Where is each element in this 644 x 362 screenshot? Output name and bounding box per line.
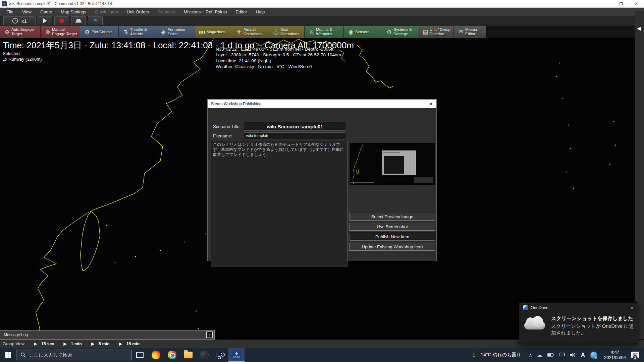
menu-help[interactable]: Help bbox=[252, 8, 269, 16]
flag-button[interactable]: ⚑ bbox=[88, 16, 103, 25]
task-view-icon bbox=[136, 352, 144, 358]
volume-icon[interactable] bbox=[570, 353, 576, 357]
menu-view[interactable]: View bbox=[18, 8, 36, 16]
boat-operations-icon: ⚓ bbox=[272, 28, 280, 36]
steam-icon bbox=[216, 351, 225, 359]
user-presence-icon[interactable] bbox=[590, 352, 597, 359]
transport-toolbar: x1 ⚑ bbox=[0, 16, 644, 26]
camera-button[interactable] bbox=[71, 16, 86, 25]
tray-chevron-up-icon[interactable]: ∧ bbox=[529, 353, 532, 358]
interval-15sec[interactable]: 15 sec bbox=[41, 342, 54, 346]
toast-body[interactable]: スクリーンショットを保存しました スクリーンショットが OneDrive に追加… bbox=[519, 313, 638, 336]
message-log-expand-button[interactable]: ↑ bbox=[206, 331, 213, 338]
update-existing-workshop-item-button[interactable]: Update Existing Workshop Item bbox=[350, 243, 435, 251]
publish-new-item-button[interactable]: Publish New Item bbox=[350, 233, 435, 241]
taskbar-firefox[interactable] bbox=[148, 348, 164, 362]
toolbar-unit-group-doctrine[interactable]: ▤ Unit / GroupDoctrine bbox=[418, 26, 454, 38]
minimize-button[interactable] bbox=[598, 0, 613, 7]
dialog-preview-thumbnail bbox=[350, 143, 435, 185]
menu-file[interactable]: File bbox=[2, 8, 18, 16]
ime-indicator[interactable]: A bbox=[581, 352, 585, 358]
taskbar-steam[interactable] bbox=[212, 348, 228, 362]
toolbar-formation-editor[interactable]: ◈ FormationEditor bbox=[156, 26, 195, 38]
toolbar-label: Operations bbox=[280, 32, 299, 36]
clock-icon bbox=[12, 18, 18, 24]
firefox-icon bbox=[152, 351, 160, 359]
menu-game[interactable]: Game bbox=[36, 8, 56, 16]
toolbar-label: Manual bbox=[52, 27, 77, 32]
throttle-altitude-icon: ⇅ bbox=[121, 28, 130, 36]
menu-quick-jump: Quick Jump bbox=[91, 8, 122, 16]
time-compression-button[interactable]: x1 bbox=[3, 16, 36, 25]
taskbar-search[interactable] bbox=[16, 350, 132, 360]
toolbar-systems-damage[interactable]: ⚙ Systems &Damage bbox=[382, 26, 418, 38]
scenario-title-label: Scenario Title: bbox=[213, 124, 240, 129]
play-interval-icon[interactable]: ▶ bbox=[119, 341, 122, 346]
interval-15min[interactable]: 15 min bbox=[126, 342, 140, 346]
scenario-title-input[interactable]: wiki Scenario sample01 bbox=[244, 122, 346, 131]
toolbar-label: Target bbox=[11, 32, 34, 36]
toolbar-manual-engage-target[interactable]: ⊗ ManualEngage Target bbox=[41, 26, 80, 38]
menu-editor[interactable]: Editor bbox=[231, 8, 252, 16]
toast-message: スクリーンショットが OneDrive に追加されました。 bbox=[551, 323, 635, 336]
network-icon[interactable] bbox=[559, 353, 565, 357]
filename-input[interactable]: wiki template bbox=[244, 132, 346, 139]
toolbar-sensors[interactable]: ◉ Sensors bbox=[344, 26, 382, 38]
onedrive-tray-icon[interactable]: ☁ bbox=[537, 352, 542, 359]
toolbar-mission-editor[interactable]: ✉ MissionEditor bbox=[454, 26, 486, 38]
taskbar-clock[interactable]: 4:47 2021/05/04 bbox=[604, 350, 626, 360]
magazines-icon: ▮▮▮ bbox=[198, 30, 207, 34]
toolbar-aircraft-operations[interactable]: ✈ AircraftOperations bbox=[232, 26, 269, 38]
formation-editor-icon: ◈ bbox=[159, 28, 168, 36]
interval-1min[interactable]: 1 min bbox=[71, 342, 82, 346]
toast-close-button[interactable]: ✕ bbox=[630, 305, 634, 310]
task-view-button[interactable] bbox=[132, 348, 148, 362]
action-center-button[interactable]: 2 bbox=[631, 352, 639, 358]
play-interval-icon[interactable]: ▶ bbox=[63, 341, 67, 346]
clock-date: 2021/05/04 bbox=[604, 355, 626, 360]
toolbar-label: Formation bbox=[168, 27, 185, 32]
toolbar-auto-engage-target[interactable]: ⊕ Auto EngageTarget bbox=[0, 26, 41, 38]
use-screenshot-button[interactable]: Use Screenshot bbox=[350, 223, 435, 231]
play-interval-icon[interactable]: ▶ bbox=[91, 341, 95, 346]
search-input[interactable] bbox=[29, 352, 116, 358]
menu-unit-orders[interactable]: Unit Orders bbox=[122, 8, 153, 16]
dialog-titlebar[interactable]: Steam Workshop Publishing ✕ bbox=[208, 100, 436, 108]
toolbar-mounts-weapons[interactable]: ⚔ Mounts &Weapons bbox=[305, 26, 344, 38]
toolbar-throttle-altitude[interactable]: ⇅ Throttle &Altitude bbox=[119, 26, 156, 38]
taskbar-command-active[interactable]: ⚜MANO bbox=[228, 348, 245, 362]
expand-panel-button[interactable]: ◀ bbox=[637, 25, 641, 32]
record-button[interactable] bbox=[54, 16, 69, 25]
message-log-bar[interactable]: Message Log ↑ bbox=[0, 330, 215, 340]
weather-text[interactable]: 14°C 晴れのち曇り bbox=[481, 352, 521, 358]
start-button[interactable] bbox=[0, 348, 16, 362]
description-textarea[interactable]: このシナリオはシナリオ作成のためのチュートリアル的なシナリオです、基本的なブンド… bbox=[211, 141, 347, 266]
play-interval-icon[interactable]: ▶ bbox=[34, 341, 37, 346]
restore-button[interactable] bbox=[613, 0, 629, 7]
select-preview-image-button[interactable]: Select Preview Image bbox=[350, 213, 435, 221]
menubar: File View Game Map Settings Quick Jump U… bbox=[0, 8, 644, 16]
toolbar-plot-course[interactable]: ♻ Plot Course bbox=[80, 26, 119, 38]
taskbar-app-dark[interactable] bbox=[196, 348, 212, 362]
weather-moon-icon: ☾ bbox=[472, 351, 479, 360]
dark-app-icon bbox=[200, 351, 209, 359]
auto-engage-icon: ⊕ bbox=[3, 28, 11, 36]
toast-app-name: OneDrive bbox=[531, 305, 548, 310]
play-button[interactable] bbox=[38, 16, 52, 25]
toolbar-label: Mounts & bbox=[316, 27, 332, 32]
flag-icon: ⚑ bbox=[93, 17, 98, 24]
toolbar-boat-operations[interactable]: ⚓ BoatOperations bbox=[269, 26, 305, 38]
speed-label: x1 bbox=[21, 18, 27, 24]
menu-missions-ref-points[interactable]: Missions + Ref. Points bbox=[179, 8, 231, 16]
dialog-close-button[interactable]: ✕ bbox=[429, 101, 433, 107]
selected-label: Selected: bbox=[3, 51, 42, 56]
battery-icon[interactable] bbox=[547, 353, 554, 357]
toolbar-label: Boat bbox=[280, 27, 299, 32]
taskbar-chrome[interactable] bbox=[164, 348, 180, 362]
close-button[interactable]: ✕ bbox=[629, 0, 644, 7]
toolbar-magazines[interactable]: ▮▮▮ Magazines bbox=[195, 26, 232, 38]
taskbar-file-explorer[interactable] bbox=[180, 348, 196, 362]
toolbar-label: Aircraft bbox=[244, 27, 262, 32]
menu-map-settings[interactable]: Map Settings bbox=[56, 8, 91, 16]
interval-5min[interactable]: 5 min bbox=[99, 342, 110, 346]
